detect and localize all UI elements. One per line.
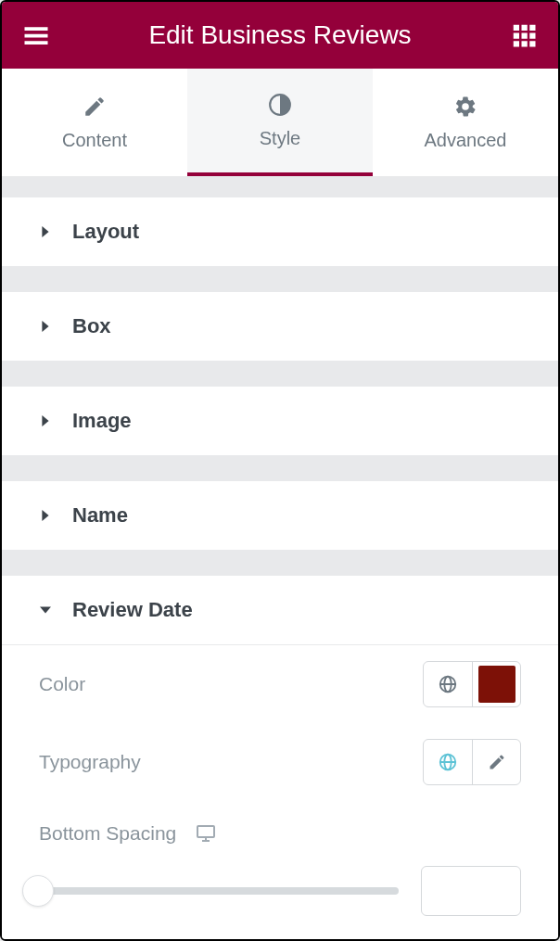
section-layout[interactable]: Layout bbox=[2, 197, 558, 266]
section-name[interactable]: Name bbox=[2, 481, 558, 550]
tabs: Content Style Advanced bbox=[2, 69, 558, 176]
desktop-icon[interactable] bbox=[195, 822, 217, 845]
global-color-button[interactable] bbox=[424, 662, 472, 706]
section-title: Name bbox=[72, 503, 128, 528]
header: Edit Business Reviews bbox=[2, 2, 558, 69]
tab-label: Content bbox=[62, 130, 127, 151]
svg-rect-10 bbox=[521, 41, 527, 46]
sections: Layout Box Image Name Review Date Color bbox=[2, 176, 558, 941]
caret-down-icon bbox=[39, 604, 52, 617]
svg-rect-0 bbox=[25, 27, 48, 31]
svg-rect-3 bbox=[514, 25, 519, 31]
color-swatch-button[interactable] bbox=[472, 662, 520, 706]
svg-rect-8 bbox=[529, 33, 535, 39]
svg-rect-6 bbox=[514, 33, 519, 39]
tab-content[interactable]: Content bbox=[2, 69, 187, 176]
caret-right-icon bbox=[39, 320, 52, 333]
bottom-spacing-input[interactable] bbox=[421, 866, 521, 916]
menu-icon[interactable] bbox=[22, 21, 50, 49]
typography-control: Typography bbox=[39, 723, 521, 801]
color-picker-group bbox=[423, 661, 521, 707]
section-title: Layout bbox=[72, 220, 139, 244]
bottom-spacing-slider-row bbox=[22, 866, 521, 941]
section-title: Image bbox=[72, 409, 132, 433]
typography-picker-group bbox=[423, 739, 521, 785]
svg-rect-7 bbox=[521, 33, 527, 39]
tab-advanced[interactable]: Advanced bbox=[373, 69, 558, 176]
bottom-spacing-control: Bottom Spacing bbox=[39, 801, 521, 866]
tab-label: Style bbox=[260, 128, 300, 149]
caret-right-icon bbox=[39, 414, 52, 427]
section-title: Box bbox=[72, 314, 111, 338]
bottom-spacing-slider[interactable] bbox=[22, 887, 399, 895]
color-label: Color bbox=[39, 673, 85, 695]
section-review-date-body: Color Typography bbox=[2, 644, 558, 941]
section-image[interactable]: Image bbox=[2, 387, 558, 455]
edit-typography-button[interactable] bbox=[472, 740, 520, 784]
section-box[interactable]: Box bbox=[2, 292, 558, 361]
global-typography-button[interactable] bbox=[424, 740, 472, 784]
svg-rect-5 bbox=[529, 25, 535, 31]
section-title: Review Date bbox=[72, 598, 193, 622]
bottom-spacing-label: Bottom Spacing bbox=[39, 822, 176, 845]
caret-right-icon bbox=[39, 225, 52, 238]
svg-rect-11 bbox=[529, 41, 535, 46]
svg-rect-1 bbox=[25, 34, 48, 38]
svg-rect-2 bbox=[25, 41, 48, 45]
typography-label: Typography bbox=[39, 751, 141, 773]
section-review-date[interactable]: Review Date bbox=[2, 576, 558, 644]
caret-right-icon bbox=[39, 509, 52, 522]
tab-style[interactable]: Style bbox=[187, 69, 373, 176]
svg-rect-19 bbox=[197, 826, 214, 837]
tab-label: Advanced bbox=[425, 130, 507, 151]
svg-rect-4 bbox=[521, 25, 527, 31]
slider-thumb[interactable] bbox=[22, 875, 54, 907]
apps-grid-icon[interactable] bbox=[510, 21, 538, 49]
color-swatch bbox=[478, 666, 515, 703]
color-control: Color bbox=[39, 645, 521, 723]
page-title: Edit Business Reviews bbox=[148, 20, 411, 50]
svg-rect-9 bbox=[514, 41, 519, 46]
